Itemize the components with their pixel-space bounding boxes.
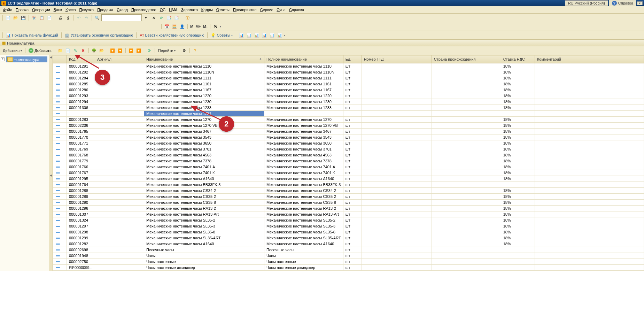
table-row[interactable]: 000001307Механические настенные часы RA1… xyxy=(53,211,644,217)
splitter[interactable]: ◀ ◀ xyxy=(49,55,53,271)
paste-icon[interactable]: 📄 xyxy=(46,14,53,21)
delete-mark-icon[interactable]: ✖ xyxy=(80,47,87,54)
table-row[interactable]: 000002698Песочные часыПесочные часышт xyxy=(53,247,644,253)
table-row[interactable]: 000001298Механические настенные часы SL3… xyxy=(53,229,644,235)
table-row[interactable]: 000001764Механические настенные часы BB3… xyxy=(53,182,644,188)
report1-icon[interactable]: 📊 xyxy=(238,32,245,39)
show-function-panel-button[interactable]: 📊 Показать панель функций xyxy=(5,33,60,38)
menu-item[interactable]: Кадры xyxy=(200,7,214,13)
undo-icon[interactable]: ↶ xyxy=(75,14,82,21)
report4-icon[interactable]: 📊 xyxy=(261,32,268,39)
table-row[interactable]: 000001765Механические настенные часы 346… xyxy=(53,129,644,134)
filter1-icon[interactable]: 🔽 xyxy=(109,47,116,54)
table-row[interactable]: 000002750Часы настенныеЧасы настенныешт xyxy=(53,259,644,265)
cut-icon[interactable]: ✂️ xyxy=(31,14,38,21)
nav-back-icon[interactable]: 📑 xyxy=(165,14,172,21)
report3-icon[interactable]: 📊 xyxy=(253,32,260,39)
menu-item[interactable]: Окна xyxy=(275,7,287,13)
table-row[interactable]: 000001292Механические настенные часы 111… xyxy=(53,69,644,75)
col-name[interactable]: Наименование▲ xyxy=(144,55,264,63)
col-code[interactable]: Код xyxy=(67,55,95,63)
add-button[interactable]: +Добавить xyxy=(27,48,53,53)
tree-expand-icon[interactable]: + xyxy=(1,57,5,61)
table-row[interactable]: 000001286Механические настенные часы 116… xyxy=(53,87,644,93)
refresh-list-icon[interactable]: ⟳ xyxy=(146,47,153,54)
menu-item[interactable]: Файл xyxy=(1,7,14,13)
collapse-left-icon[interactable]: ◀ xyxy=(50,56,52,59)
report2-icon[interactable]: 📊 xyxy=(246,32,253,39)
settings-icon[interactable]: ⚙ xyxy=(181,47,188,54)
table-row[interactable]: 000001297Механические настенные часы SL3… xyxy=(53,223,644,229)
titlebar-menu-button[interactable]: ▾ xyxy=(637,1,643,5)
data-grid[interactable]: Код Артикул Наименование▲ Полное наимено… xyxy=(53,55,644,271)
search-input[interactable] xyxy=(101,14,142,21)
grid-panel[interactable]: Код Артикул Наименование▲ Полное наимено… xyxy=(53,55,644,271)
redo-icon[interactable]: ↷ xyxy=(83,14,90,21)
table-row[interactable]: 000001769Механические настенные часы 370… xyxy=(53,146,644,152)
report6-icon[interactable]: 📊 xyxy=(276,32,283,39)
menu-item[interactable]: Банк xyxy=(52,7,63,13)
nav-fwd-icon[interactable]: 📑 xyxy=(173,14,180,21)
tree-root-item[interactable]: Номенклатура xyxy=(6,56,47,62)
user-icon[interactable]: 👤 xyxy=(179,23,186,30)
tips-button[interactable]: 💡 Советы ▾ xyxy=(209,33,234,38)
filter3-icon[interactable]: 🔽 xyxy=(127,47,134,54)
menu-item[interactable]: Продажа xyxy=(96,7,115,13)
new-doc-icon[interactable]: 📄 xyxy=(5,14,11,21)
search-dropdown-icon[interactable]: ▼ xyxy=(142,14,149,21)
menu-item[interactable]: Производство xyxy=(130,7,158,13)
menu-item[interactable]: Сервис xyxy=(259,7,275,13)
actions-dropdown[interactable]: Действия xyxy=(1,48,23,53)
menu-item[interactable]: Предприятие xyxy=(232,7,258,13)
help-button-icon[interactable]: ? xyxy=(192,47,199,54)
menu-item[interactable]: Справка xyxy=(288,7,305,13)
lang-tab[interactable]: RU Русский (Россия) xyxy=(565,0,608,6)
enter-operation-button[interactable]: Ат Ввести хозяйственную операцию xyxy=(138,33,205,38)
filter2-icon[interactable]: 🔽 xyxy=(117,47,124,54)
table-row[interactable]: 000002206Механические настенные часы 127… xyxy=(53,123,644,129)
menu-item[interactable]: Правка xyxy=(14,7,30,13)
table-row[interactable]: 000001283Механические настенные часы 127… xyxy=(53,117,644,123)
table-row[interactable]: 000001767Механические настенные часы 740… xyxy=(53,170,644,176)
refresh-icon[interactable]: ⟳ xyxy=(158,14,165,21)
col-article[interactable]: Артикул xyxy=(95,55,144,63)
m-minus-button[interactable]: M- xyxy=(202,24,208,29)
menu-item[interactable]: Операции xyxy=(31,7,51,13)
m-plus-button[interactable]: M+ xyxy=(195,24,202,29)
table-row[interactable]: 000001285Механические настенные часы 116… xyxy=(53,81,644,87)
table-row[interactable]: 000001948ЧасыЧасышт xyxy=(53,253,644,259)
menu-item[interactable]: Касса xyxy=(64,7,77,13)
clear-search-icon[interactable]: ✕ xyxy=(150,14,157,21)
col-icon[interactable] xyxy=(53,55,67,63)
hierarchy-icon[interactable]: 🌳 xyxy=(91,47,98,54)
col-fullname[interactable]: Полное наименование xyxy=(264,55,343,63)
move-icon[interactable]: 📂 xyxy=(98,47,105,54)
collapse-left-icon-2[interactable]: ◀ xyxy=(50,174,52,177)
table-row[interactable]: 000001771Механические настенные часы 365… xyxy=(53,140,644,146)
table-row[interactable]: 000001282Механические настенные часы А16… xyxy=(53,241,644,247)
menu-item[interactable]: Отчеты xyxy=(215,7,231,13)
table-row[interactable]: 000001324Механические настенные часы SL3… xyxy=(53,217,644,223)
filter-clear-icon[interactable]: 🔽 xyxy=(135,47,142,54)
edit-icon[interactable]: ✎ xyxy=(72,47,79,54)
table-row[interactable]: 000001291Механические настенные часы 111… xyxy=(53,63,644,69)
report5-icon[interactable]: 📊 xyxy=(269,32,276,39)
save-icon[interactable]: 💾 xyxy=(20,14,27,21)
copy-row-icon[interactable]: 📄 xyxy=(64,47,71,54)
menu-item[interactable]: Склад xyxy=(115,7,129,13)
set-main-org-button[interactable]: 🏢 Установить основную организацию xyxy=(63,33,135,38)
table-row[interactable]: 000001287Механические настенные часы 125… xyxy=(53,111,644,117)
add-folder-icon[interactable]: 📁 xyxy=(57,47,64,54)
table-row[interactable]: 000001770Механические настенные часы 354… xyxy=(53,134,644,140)
copy-icon[interactable]: 📋 xyxy=(38,14,45,21)
table-row[interactable]: 000001766Механические настенные часы 740… xyxy=(53,164,644,170)
table-row[interactable]: 000001768Механические настенные часы 456… xyxy=(53,152,644,158)
col-comment[interactable]: Комментарий xyxy=(535,55,644,63)
table-row[interactable]: ЯЯ0000099...Часы настенные джинджерЧасы … xyxy=(53,265,644,271)
col-vat[interactable]: Ставка НДС xyxy=(501,55,535,63)
calc-icon[interactable]: 🧮 xyxy=(171,23,178,30)
col-unit[interactable]: Ед. xyxy=(343,55,362,63)
tool-icon[interactable]: 🛠 xyxy=(212,23,219,30)
menu-item[interactable]: Покупка xyxy=(78,7,95,13)
open-icon[interactable]: 📂 xyxy=(12,14,19,21)
